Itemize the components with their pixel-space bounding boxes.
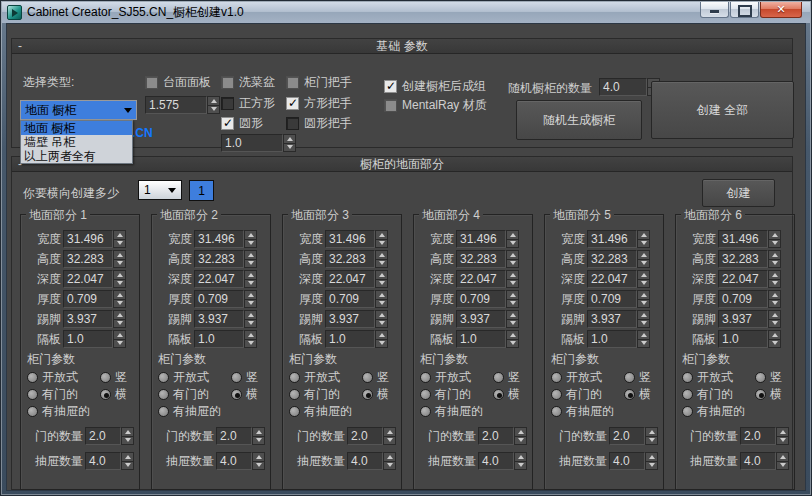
drawer-count-field[interactable]: 4.0 [347, 452, 383, 470]
dimension-field[interactable]: 22.047 [456, 270, 506, 288]
drawer-count-field[interactable]: 4.0 [478, 452, 514, 470]
radio-open-style[interactable]: 开放式 [158, 369, 209, 386]
radio-vertical[interactable]: 竖 [493, 369, 520, 386]
spinner-arrows[interactable] [506, 330, 519, 348]
app-icon[interactable] [7, 5, 22, 20]
spinner-arrows[interactable] [113, 250, 126, 268]
radio-with-drawers[interactable]: 有抽屉的 [158, 403, 221, 420]
door-count-field[interactable]: 2.0 [740, 427, 776, 445]
spinner-arrows[interactable] [637, 230, 650, 248]
spinner-arrows[interactable] [121, 452, 134, 470]
checkbox-square-handle[interactable]: 方形把手 [286, 95, 352, 112]
dimension-field[interactable]: 1.0 [325, 330, 375, 348]
dimension-field[interactable]: 3.937 [63, 310, 113, 328]
spinner-arrows[interactable] [375, 270, 388, 288]
dimension-field[interactable]: 22.047 [63, 270, 113, 288]
dimension-field[interactable]: 0.709 [63, 290, 113, 308]
spinner-arrows[interactable] [768, 250, 781, 268]
radio-with-drawers[interactable]: 有抽屉的 [27, 403, 90, 420]
spinner-arrows[interactable] [645, 452, 658, 470]
drawer-count-field[interactable]: 4.0 [85, 452, 121, 470]
random-count-field[interactable]: 4.0 [599, 78, 647, 96]
radio-with-doors[interactable]: 有门的 [551, 386, 602, 403]
spinner-arrows[interactable] [375, 230, 388, 248]
radio-with-doors[interactable]: 有门的 [158, 386, 209, 403]
spinner-arrows[interactable] [283, 134, 296, 152]
dimension-field[interactable]: 0.709 [325, 290, 375, 308]
spinner-arrows[interactable] [252, 427, 265, 445]
spinner-arrows[interactable] [113, 310, 126, 328]
drawer-count-field[interactable]: 4.0 [740, 452, 776, 470]
radio-horizontal[interactable]: 横 [231, 386, 258, 403]
spinner-arrows[interactable] [113, 330, 126, 348]
radio-with-doors[interactable]: 有门的 [289, 386, 340, 403]
dimension-field[interactable]: 31.496 [456, 230, 506, 248]
count-combobox[interactable]: 1 [138, 180, 182, 200]
spinner-arrows[interactable] [252, 452, 265, 470]
spinner-arrows[interactable] [244, 270, 257, 288]
spinner-arrows[interactable] [506, 290, 519, 308]
dimension-field[interactable]: 0.709 [718, 290, 768, 308]
dimension-field[interactable]: 32.283 [587, 250, 637, 268]
radio-with-drawers[interactable]: 有抽屉的 [289, 403, 352, 420]
radio-horizontal[interactable]: 横 [755, 386, 782, 403]
checkbox-group-after-create[interactable]: 创建橱柜后成组 [384, 78, 486, 95]
spinner-arrows[interactable] [383, 452, 396, 470]
spinner-arrows[interactable] [244, 230, 257, 248]
spinner-arrows[interactable] [637, 310, 650, 328]
create-all-button[interactable]: 创建 全部 [651, 81, 794, 139]
radio-open-style[interactable]: 开放式 [682, 369, 733, 386]
spinner-arrows[interactable] [244, 310, 257, 328]
drawer-count-field[interactable]: 4.0 [216, 452, 252, 470]
dimension-field[interactable]: 3.937 [325, 310, 375, 328]
dimension-field[interactable]: 31.496 [194, 230, 244, 248]
door-count-field[interactable]: 2.0 [478, 427, 514, 445]
droplist-option[interactable]: 地面 橱柜 [21, 121, 132, 135]
spinner-arrows[interactable] [637, 330, 650, 348]
spinner-arrows[interactable] [207, 96, 220, 114]
dimension-field[interactable]: 31.496 [63, 230, 113, 248]
radio-horizontal[interactable]: 横 [624, 386, 651, 403]
spinner-arrows[interactable] [506, 310, 519, 328]
spinner-arrows[interactable] [244, 250, 257, 268]
spinner-arrows[interactable] [768, 330, 781, 348]
dimension-field[interactable]: 0.709 [587, 290, 637, 308]
dimension-field[interactable]: 32.283 [63, 250, 113, 268]
radio-vertical[interactable]: 竖 [100, 369, 127, 386]
checkbox-door-handle[interactable]: 柜门把手 [286, 74, 352, 91]
close-button[interactable] [760, 2, 802, 18]
dimension-field[interactable]: 31.496 [325, 230, 375, 248]
radio-with-drawers[interactable]: 有抽屉的 [682, 403, 745, 420]
spinner-arrows[interactable] [113, 290, 126, 308]
spinner-arrows[interactable] [514, 452, 527, 470]
random-generate-button[interactable]: 随机生成橱柜 [516, 100, 642, 140]
radio-vertical[interactable]: 竖 [755, 369, 782, 386]
droplist-option[interactable]: 以上两者全有 [21, 149, 132, 163]
radio-with-drawers[interactable]: 有抽屉的 [420, 403, 483, 420]
spinner-arrows[interactable] [637, 290, 650, 308]
radio-open-style[interactable]: 开放式 [551, 369, 602, 386]
dimension-field[interactable]: 3.937 [456, 310, 506, 328]
dimension-field[interactable]: 0.709 [194, 290, 244, 308]
radio-open-style[interactable]: 开放式 [289, 369, 340, 386]
spinner-arrows[interactable] [244, 290, 257, 308]
dimension-field[interactable]: 3.937 [718, 310, 768, 328]
dimension-field[interactable]: 32.283 [456, 250, 506, 268]
radio-with-doors[interactable]: 有门的 [682, 386, 733, 403]
dimension-field[interactable]: 0.709 [456, 290, 506, 308]
dimension-field[interactable]: 1.0 [456, 330, 506, 348]
spinner-arrows[interactable] [375, 290, 388, 308]
rollout-header-basic[interactable]: - 基础 参数 [12, 39, 792, 54]
spinner-arrows[interactable] [645, 427, 658, 445]
radio-horizontal[interactable]: 横 [100, 386, 127, 403]
spinner-arrows[interactable] [506, 250, 519, 268]
dimension-field[interactable]: 32.283 [718, 250, 768, 268]
checkbox-square[interactable]: 正方形 [221, 95, 275, 112]
spinner-arrows[interactable] [383, 427, 396, 445]
spinner-arrows[interactable] [776, 427, 789, 445]
radio-vertical[interactable]: 竖 [231, 369, 258, 386]
door-count-field[interactable]: 2.0 [609, 427, 645, 445]
spinner-arrows[interactable] [375, 310, 388, 328]
checkbox-round[interactable]: 圆形 [221, 115, 263, 132]
checkbox-sink[interactable]: 洗菜盆 [221, 74, 275, 91]
